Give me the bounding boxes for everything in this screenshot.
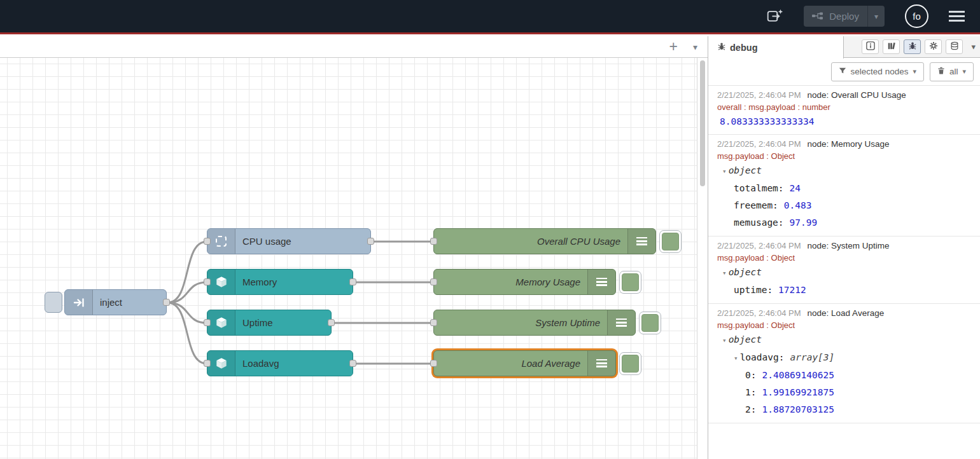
debug-lines-icon [607, 310, 635, 335]
message-node-name[interactable]: node: Memory Usage [808, 138, 890, 150]
deploy-options-button[interactable]: ▾ [867, 6, 885, 27]
output-port[interactable] [349, 360, 356, 367]
help-tool-button[interactable] [883, 39, 900, 54]
node-label: Overall CPU Usage [434, 229, 627, 254]
input-port[interactable] [204, 238, 211, 245]
input-port[interactable] [204, 319, 211, 326]
input-port[interactable] [430, 278, 437, 285]
deploy-button[interactable]: Deploy ▾ [804, 6, 885, 27]
filter-nodes-label: selected nodes [851, 67, 909, 76]
tab-debug-label: debug [730, 43, 758, 53]
server-icon [207, 351, 235, 376]
flow-node-load-average[interactable]: Load Average [433, 350, 616, 376]
inject-arrow-icon [65, 290, 93, 315]
node-label: Memory Usage [434, 270, 587, 294]
input-port[interactable] [204, 278, 211, 285]
debug-message[interactable]: 2/21/2025, 2:46:04 PM node: Load Average… [708, 304, 980, 423]
collapse-caret-icon[interactable]: ▾ [722, 269, 727, 277]
debug-message[interactable]: 2/21/2025, 2:46:04 PM node: Overall CPU … [708, 86, 980, 135]
flow-node-cpu-usage[interactable]: CPU usage [207, 228, 371, 254]
flow-node-uptime[interactable]: Uptime [207, 310, 332, 336]
cpu-chip-icon [207, 229, 235, 254]
debug-toggle-button[interactable] [619, 271, 641, 294]
object-value: 24 [790, 183, 801, 193]
message-timestamp: 2/21/2025, 2:46:04 PM [717, 240, 801, 252]
message-node-name[interactable]: node: Overall CPU Usage [808, 89, 906, 101]
flow-list-button[interactable]: ▾ [693, 42, 697, 52]
flow-node-memory[interactable]: Memory [207, 269, 353, 295]
object-label: object [729, 334, 762, 345]
sidebar-tools: ▾ [844, 36, 980, 57]
debug-tool-button[interactable] [904, 39, 921, 54]
node-label: Load Average [434, 351, 587, 376]
sidebar-menu-button[interactable]: ▾ [971, 42, 976, 51]
debug-message[interactable]: 2/21/2025, 2:46:04 PM node: System Uptim… [708, 236, 980, 304]
collapse-caret-icon[interactable]: ▾ [722, 336, 727, 345]
output-port[interactable] [328, 319, 335, 326]
context-data-tool-button[interactable] [946, 39, 963, 54]
filter-nodes-button[interactable]: selected nodes ▾ [831, 62, 924, 81]
debug-message-list: 2/21/2025, 2:46:04 PM node: Overall CPU … [708, 86, 980, 423]
input-port[interactable] [430, 238, 437, 245]
output-port[interactable] [367, 238, 374, 245]
output-port[interactable] [349, 278, 356, 285]
add-flow-button[interactable]: + [669, 39, 678, 54]
array-index: 1: [745, 387, 756, 397]
array-index: 0: [745, 370, 756, 380]
message-timestamp: 2/21/2025, 2:46:04 PM [717, 307, 801, 319]
header: Deploy ▾ fo [0, 0, 980, 34]
array-type-label: array[3] [790, 352, 834, 362]
clear-messages-button[interactable]: all ▾ [930, 62, 974, 81]
collapse-caret-icon[interactable]: ▾ [734, 354, 738, 362]
flow-node-overall-cpu-usage[interactable]: Overall CPU Usage [433, 228, 656, 254]
object-key: memusage: [734, 217, 784, 228]
input-port[interactable] [430, 360, 437, 367]
message-node-name[interactable]: node: Load Average [808, 307, 885, 319]
node-label: inject [93, 290, 166, 315]
object-label: object [729, 267, 762, 277]
funnel-icon [839, 67, 846, 76]
main-menu-button[interactable] [949, 11, 965, 22]
inject-run-button[interactable] [45, 292, 62, 313]
config-nodes-tool-button[interactable] [925, 39, 942, 54]
user-avatar[interactable]: fo [905, 4, 928, 28]
workspace-canvas[interactable] [0, 58, 697, 459]
debug-lines-icon [627, 229, 655, 254]
input-port[interactable] [430, 319, 437, 326]
output-port[interactable] [163, 299, 170, 306]
object-value: 0.483 [784, 200, 812, 210]
debug-message[interactable]: 2/21/2025, 2:46:04 PM node: Memory Usage… [708, 135, 980, 236]
object-key: uptime: [734, 285, 773, 295]
flow-node-memory-usage[interactable]: Memory Usage [433, 269, 616, 295]
gear-icon [929, 41, 938, 53]
flow-node-system-uptime[interactable]: System Uptime [433, 310, 636, 336]
server-icon [207, 270, 235, 294]
node-label: Memory [235, 270, 353, 294]
flow-node-loadavg[interactable]: Loadavg [207, 350, 353, 376]
debug-toggle-button[interactable] [659, 230, 682, 253]
message-timestamp: 2/21/2025, 2:46:04 PM [717, 89, 801, 101]
array-index: 2: [745, 404, 756, 414]
node-label: System Uptime [434, 310, 607, 335]
caret-down-icon: ▾ [874, 12, 878, 21]
object-value: 17212 [778, 285, 806, 295]
message-property-path: overall : msg.payload : number [717, 101, 972, 113]
debug-toggle-button[interactable] [639, 312, 661, 334]
flow-node-inject[interactable]: inject [64, 289, 167, 315]
node-label: Uptime [235, 310, 331, 335]
info-icon [866, 41, 875, 53]
sidebar-tabbar: debug [708, 36, 980, 58]
message-node-name[interactable]: node: System Uptime [808, 240, 890, 252]
input-port[interactable] [204, 360, 211, 367]
flow-tabbar: + ▾ [0, 36, 708, 58]
debug-toggle-button[interactable] [619, 352, 641, 375]
tab-debug[interactable]: debug [708, 36, 844, 58]
collapse-caret-icon[interactable]: ▾ [722, 167, 727, 175]
export-icon[interactable] [767, 9, 783, 24]
debug-lines-icon [587, 270, 615, 294]
database-icon [950, 41, 959, 53]
info-tool-button[interactable] [862, 39, 879, 54]
message-value: 8.083333333333334 [717, 113, 972, 130]
object-key: totalmem: [734, 183, 784, 193]
canvas-vertical-scrollbar[interactable] [700, 60, 705, 186]
